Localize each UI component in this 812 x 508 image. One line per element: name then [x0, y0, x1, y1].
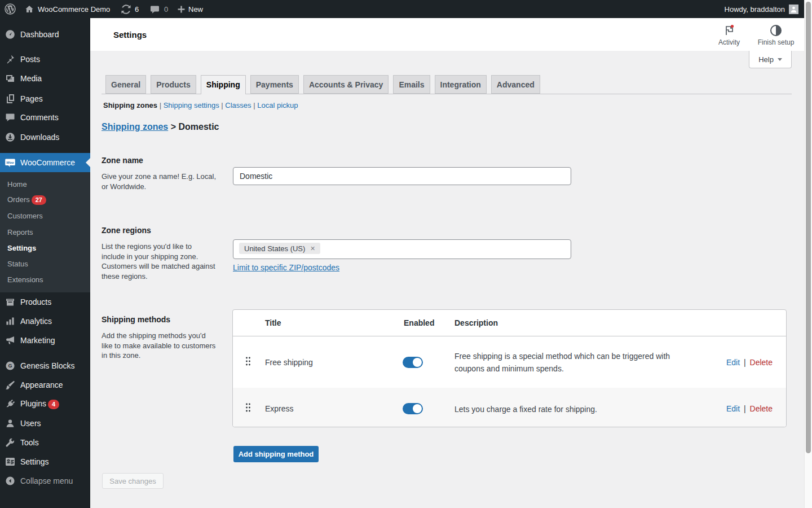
svg-text:G: G: [8, 363, 12, 369]
svg-text:Woo: Woo: [6, 160, 14, 164]
